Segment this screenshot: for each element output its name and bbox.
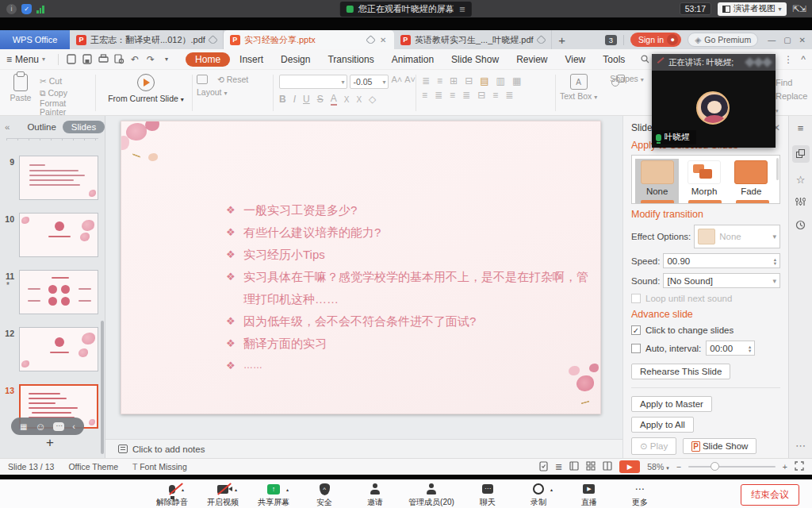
sound-select[interactable]: [No Sound] ▾ [663, 273, 780, 288]
sidebar-scrollbar[interactable] [101, 321, 104, 454]
reaction-grid-icon[interactable]: ▦ [20, 422, 27, 431]
replace-button[interactable]: Replace ▾ [776, 90, 812, 117]
line-spacing-icon[interactable]: ≡ [492, 90, 498, 101]
share-options-arrow-icon[interactable]: ▴ [286, 487, 289, 492]
columns-icon[interactable]: ▦ [512, 75, 521, 87]
video-options-arrow-icon[interactable]: ▴ [235, 487, 237, 492]
superscript-icon[interactable]: X [344, 95, 350, 104]
shapes-button[interactable]: Shapes ▾ [610, 74, 644, 101]
shield-icon[interactable]: ✓ [21, 4, 32, 14]
info-icon[interactable]: i [6, 4, 17, 14]
effect-options-select[interactable]: None ▾ [694, 225, 780, 248]
chat-button[interactable]: ⋯ 聊天 [470, 482, 505, 508]
pin-icon[interactable] [536, 35, 546, 45]
increase-indent-icon[interactable]: ⊟ [465, 75, 473, 87]
more-button[interactable]: ⋯ 更多 [622, 482, 657, 508]
doc-tab-pdf1[interactable]: P 王宏志：翻译史研...012）.pdf [70, 30, 224, 49]
align-text-icon[interactable]: ▥ [496, 75, 505, 87]
font-size-select[interactable]: -0.05▾ [350, 75, 389, 89]
properties-icon[interactable] [795, 197, 806, 209]
invite-button[interactable]: 邀请 [358, 482, 393, 508]
emoji-icon[interactable]: ☺ [35, 421, 45, 433]
add-slide-button[interactable]: + [0, 435, 100, 451]
end-meeting-button[interactable]: 结束会议 [741, 484, 799, 506]
speed-input[interactable]: 00.90 ▴▾ [663, 253, 780, 268]
maximize-button[interactable]: ▢ [783, 36, 791, 44]
bullets-icon[interactable]: ≣ [422, 75, 430, 87]
font-color-icon[interactable]: A [331, 93, 337, 106]
transition-none[interactable]: None [635, 159, 679, 203]
font-missing-indicator[interactable]: T Font Missing [132, 462, 187, 471]
panel-list-icon[interactable]: ≡ [798, 122, 804, 134]
thumbnail[interactable] [19, 327, 98, 371]
doc-tab-pptx-active[interactable]: P 实习经验分享.pptx ✕ [224, 30, 394, 49]
manage-members-button[interactable]: 管理成员(20) [408, 482, 454, 508]
pin-icon[interactable] [366, 35, 376, 45]
security-button[interactable]: ^ 安全 [307, 482, 342, 508]
start-video-button[interactable]: ▴ 开启视频 [205, 482, 240, 508]
click-to-change-checkbox[interactable]: ✓ Click to change slides [631, 325, 780, 335]
bold-icon[interactable]: B [279, 94, 286, 105]
layout-button[interactable]: Layout ▾ [197, 87, 276, 97]
checkbox-icon[interactable] [631, 344, 641, 353]
justify-icon[interactable]: ≣ [462, 90, 470, 101]
history-icon[interactable] [795, 220, 806, 233]
zoom-level[interactable]: 58% ▾ [647, 462, 668, 471]
normal-view-icon[interactable] [569, 461, 579, 472]
font-family-select[interactable]: ▾ [279, 75, 347, 89]
tab-slide-show[interactable]: Slide Show [443, 52, 507, 67]
strikethrough-icon[interactable]: S [317, 94, 324, 105]
auto-interval-checkbox[interactable]: Auto, interval: 00:00 ▴▾ [631, 341, 780, 356]
new-file-icon[interactable] [66, 54, 77, 65]
tab-outline[interactable]: Outline [27, 122, 56, 132]
text-box-button[interactable]: A Text Box ▾ [560, 74, 597, 101]
speaker-view-button[interactable]: 演讲者视图 ▾ [718, 2, 787, 16]
tab-slides[interactable]: Slides [63, 121, 105, 133]
network-signal-icon[interactable] [36, 5, 44, 13]
print-icon[interactable] [98, 54, 109, 65]
paste-button[interactable]: Paste [5, 70, 36, 116]
paragraph-icon[interactable]: ≣ [505, 90, 513, 101]
fit-to-window-icon[interactable] [795, 461, 804, 472]
rehearse-this-slide-button[interactable]: Rehearse This Slide [631, 364, 730, 379]
cut-button[interactable]: ✂ Cut [40, 75, 89, 87]
align-center-icon[interactable]: ≣ [435, 90, 442, 101]
tab-view[interactable]: View [557, 52, 593, 67]
notes-bar[interactable]: Click to add notes [105, 439, 622, 458]
slide-canvas[interactable]: ❖一般实习工资是多少? ❖有些什么建议培养的能力? ❖实习经历小Tips ❖实习… [121, 121, 601, 414]
align-right-icon[interactable]: ≡ [450, 90, 455, 101]
slide-sorter-view-icon[interactable] [586, 461, 596, 472]
record-options-arrow-icon[interactable]: ▴ [550, 487, 553, 492]
thumbnail[interactable] [19, 270, 98, 314]
banner-menu-icon[interactable]: ≣ [459, 5, 465, 13]
effects-icon[interactable]: ☆ [796, 174, 806, 186]
tab-design[interactable]: Design [273, 52, 318, 67]
share-screen-button[interactable]: ↑▴ 共享屏幕 [256, 482, 291, 508]
collapse-ribbon-icon[interactable]: ^ [801, 54, 806, 65]
more-tools-icon[interactable]: ⋯ [795, 440, 806, 452]
new-tab-button[interactable]: + [552, 30, 573, 49]
close-window-button[interactable]: ✕ [799, 36, 806, 44]
find-button[interactable]: Find [776, 76, 812, 90]
redo-icon[interactable]: ↷ [145, 54, 156, 65]
tab-count-badge[interactable]: 3 [605, 35, 617, 45]
customize-toolbar-icon[interactable]: ▾ [161, 54, 172, 65]
copy-button[interactable]: ⧉ Copy [40, 87, 89, 99]
collapse-sidebar-button[interactable]: « [5, 122, 10, 132]
italic-icon[interactable]: I [293, 94, 296, 105]
spinner-icon[interactable]: ▴▾ [774, 257, 776, 265]
transition-fade[interactable]: Fade [730, 159, 773, 203]
apply-to-master-button[interactable]: Apply to Master [631, 396, 712, 412]
from-current-slide-button[interactable]: From Current Slide ▾ [102, 70, 190, 116]
subscript-icon[interactable]: X [356, 95, 362, 104]
more-options-icon[interactable]: ⋮ [783, 54, 793, 65]
slide-show-button[interactable]: PSlide Show [683, 438, 756, 454]
tab-tools[interactable]: Tools [595, 52, 633, 67]
spinner-icon[interactable]: ▴▾ [749, 344, 751, 352]
live-stream-button[interactable]: ▶ 直播 [572, 482, 607, 508]
save-icon[interactable] [82, 54, 93, 65]
align-left-icon[interactable]: ≡ [422, 90, 427, 101]
spell-check-icon[interactable] [539, 461, 548, 473]
gallery-scrollbar[interactable] [776, 158, 779, 180]
wps-office-button[interactable]: WPS Office [0, 30, 70, 49]
